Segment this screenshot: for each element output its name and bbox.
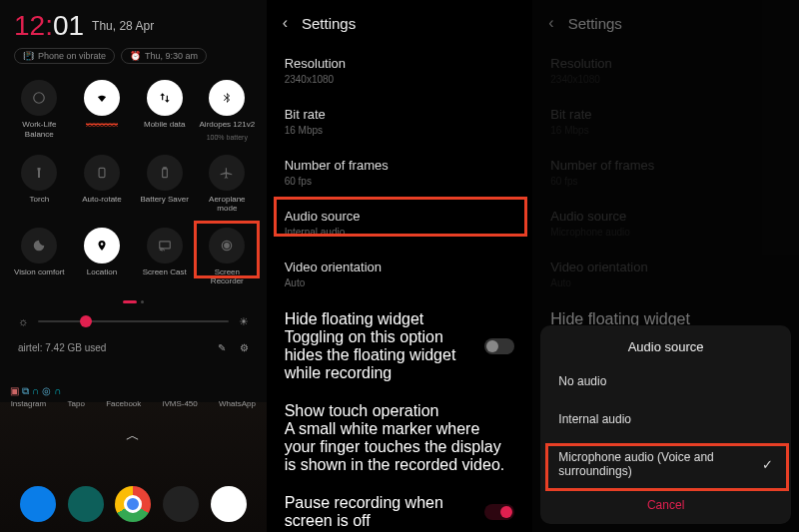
brightness-low-icon: ☼ — [18, 315, 28, 327]
messages-app-icon[interactable] — [68, 486, 104, 522]
tile-airplane[interactable]: Aeroplane mode — [198, 155, 257, 214]
svg-point-0 — [34, 93, 45, 104]
dialog-title: Audio source — [540, 339, 791, 354]
phone-app-icon[interactable] — [20, 486, 56, 522]
alarm-chip[interactable]: ⏰Thu, 9:30 am — [121, 48, 207, 64]
camera-app-icon[interactable] — [163, 486, 199, 522]
app-labels-row: InstagramTapoFacebookiVMS-450WhatsApp — [0, 399, 267, 408]
option-no-audio[interactable]: No audio — [540, 362, 791, 400]
tile-screencast[interactable]: Screen Cast — [135, 228, 194, 286]
setting-frames[interactable]: Number of frames60 fps — [267, 148, 533, 199]
clock: 12:01 — [14, 10, 84, 42]
svg-rect-5 — [159, 242, 170, 249]
setting-resolution[interactable]: Resolution2340x1080 — [267, 46, 533, 97]
setting-bitrate[interactable]: Bit rate16 Mbps — [267, 97, 533, 148]
settings-gear-icon[interactable]: ⚙ — [240, 342, 249, 353]
dock — [0, 486, 267, 522]
brightness-high-icon: ☀ — [239, 315, 249, 328]
tile-bluetooth[interactable]: Airdopes 121v2100% battery — [198, 80, 257, 141]
tile-wifi[interactable]: xxxxxxxx — [73, 80, 132, 141]
page-indicator — [0, 294, 267, 309]
date-label: Thu, 28 Apr — [92, 19, 154, 33]
svg-point-4 — [101, 243, 104, 246]
edit-icon[interactable]: ✎ — [218, 342, 226, 353]
dialog-cancel-button[interactable]: Cancel — [540, 490, 791, 516]
svg-rect-1 — [99, 168, 105, 177]
drawer-caret-icon[interactable]: ︿ — [126, 427, 140, 445]
setting-orientation[interactable]: Video orientationAuto — [267, 250, 533, 300]
page-title: Settings — [302, 15, 356, 32]
setting-pause-recording[interactable]: Pause recording when screen is off — [267, 484, 533, 532]
tile-vision[interactable]: Vision comfort — [10, 228, 69, 286]
setting-audio-source[interactable]: Audio sourceInternal audio — [267, 199, 533, 250]
data-usage-label: airtel: 7.42 GB used — [18, 342, 106, 353]
check-icon: ✓ — [762, 457, 773, 472]
tile-autorotate[interactable]: Auto-rotate — [73, 155, 132, 214]
option-internal-audio[interactable]: Internal audio — [540, 400, 791, 438]
svg-rect-2 — [162, 169, 167, 178]
chrome-app-icon[interactable] — [115, 486, 151, 522]
gpay-app-icon[interactable] — [211, 486, 247, 522]
toggle-hide-floating[interactable] — [484, 338, 514, 354]
tile-screenrecorder[interactable]: Screen Recorder — [198, 228, 257, 286]
setting-touch-op[interactable]: Show touch operationA small white marker… — [267, 392, 533, 484]
tile-location[interactable]: Location — [73, 228, 132, 286]
tile-torch[interactable]: Torch — [10, 155, 69, 214]
svg-point-7 — [225, 243, 230, 248]
tile-worklife[interactable]: Work-Life Balance — [10, 80, 69, 141]
audio-source-dialog: Audio source No audio Internal audio Mic… — [540, 325, 791, 524]
svg-rect-3 — [163, 167, 165, 168]
vibrate-chip[interactable]: 📳Phone on vibrate — [14, 48, 115, 64]
tile-mobiledata[interactable]: Mobile data — [135, 80, 194, 141]
setting-hide-floating[interactable]: Hide floating widgetToggling on this opt… — [267, 300, 533, 392]
tile-battery[interactable]: Battery Saver — [135, 155, 194, 214]
brightness-slider[interactable]: ☼ ☀ — [0, 309, 267, 334]
option-microphone-audio[interactable]: Microphone audio (Voice and surroundings… — [540, 438, 791, 490]
toggle-pause[interactable] — [484, 504, 514, 520]
status-icons: ▣⧉∩◎∩ — [10, 385, 61, 397]
quick-settings-grid: Work-Life Balance xxxxxxxx Mobile data A… — [0, 72, 267, 294]
back-icon[interactable]: ‹ — [283, 14, 288, 32]
